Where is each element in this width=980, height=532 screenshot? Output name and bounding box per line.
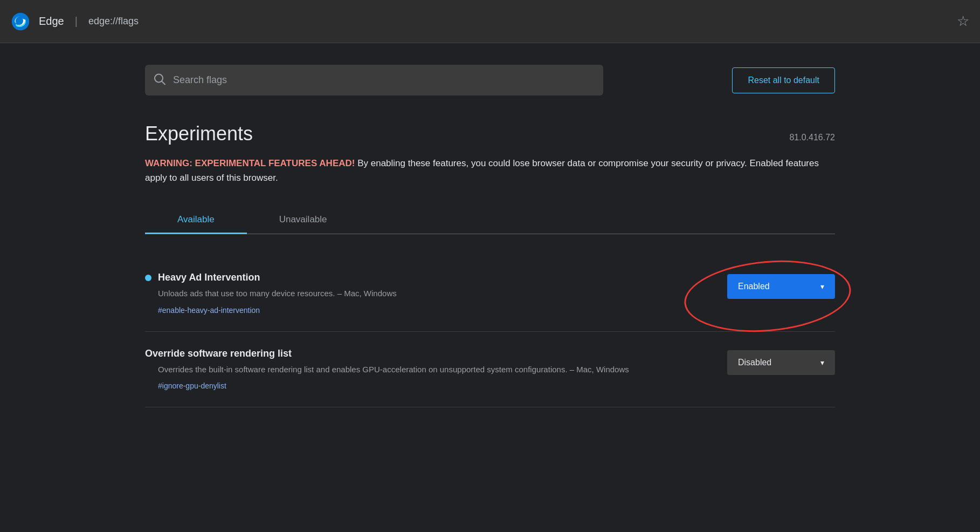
flag-dropdown-value-override-rendering: Disabled [738, 358, 771, 367]
flag-title-override-rendering: Override software rendering list [145, 348, 292, 359]
version-text: 81.0.416.72 [789, 133, 835, 142]
flag-item-override-rendering: Override software rendering list Overrid… [145, 332, 835, 408]
search-icon [154, 73, 165, 87]
flag-link-override-rendering[interactable]: #ignore-gpu-denylist [158, 381, 226, 390]
tab-unavailable[interactable]: Unavailable [247, 207, 360, 234]
flag-description-heavy-ad: Unloads ads that use too many device res… [158, 288, 706, 300]
flag-active-dot [145, 275, 151, 281]
warning-bold-text: WARNING: EXPERIMENTAL FEATURES AHEAD! [145, 158, 355, 168]
experiments-title: Experiments [145, 122, 253, 145]
flag-left-heavy-ad: Heavy Ad Intervention Unloads ads that u… [145, 272, 706, 315]
bookmark-star-icon[interactable]: ☆ [957, 13, 969, 30]
edge-logo-icon [11, 12, 30, 31]
browser-title: Edge [39, 15, 64, 28]
main-content: Reset all to default Experiments 81.0.41… [113, 43, 867, 429]
search-input[interactable] [145, 65, 603, 96]
experiments-header: Experiments 81.0.416.72 [145, 122, 835, 145]
flag-left-override-rendering: Override software rendering list Overrid… [145, 348, 706, 391]
tab-available[interactable]: Available [145, 207, 247, 234]
flag-title-row-override-rendering: Override software rendering list [145, 348, 706, 359]
flag-item-wrapper-heavy-ad: Heavy Ad Intervention Unloads ads that u… [145, 256, 835, 332]
warning-paragraph: WARNING: EXPERIMENTAL FEATURES AHEAD! By… [145, 156, 835, 185]
address-bar[interactable]: edge://flags [88, 16, 948, 27]
search-wrapper [145, 65, 603, 96]
flag-title-row-heavy-ad: Heavy Ad Intervention [145, 272, 706, 283]
flag-dropdown-heavy-ad[interactable]: Enabled ▾ [727, 274, 835, 299]
flag-description-override-rendering: Overrides the built-in software renderin… [158, 364, 706, 376]
svg-point-1 [155, 74, 163, 82]
search-row: Reset all to default [145, 65, 835, 96]
titlebar: Edge | edge://flags ☆ [0, 0, 980, 43]
dropdown-chevron-icon: ▾ [820, 282, 824, 291]
flag-item-heavy-ad: Heavy Ad Intervention Unloads ads that u… [145, 256, 835, 332]
svg-point-0 [12, 12, 29, 30]
tabs-row: Available Unavailable [145, 207, 835, 234]
flag-title-heavy-ad: Heavy Ad Intervention [158, 272, 260, 283]
flag-link-heavy-ad[interactable]: #enable-heavy-ad-intervention [158, 306, 260, 315]
flag-dropdown-value-heavy-ad: Enabled [738, 282, 770, 291]
flag-dropdown-override-rendering[interactable]: Disabled ▾ [727, 350, 835, 375]
titlebar-divider: | [75, 15, 78, 28]
dropdown-chevron-icon-2: ▾ [820, 358, 824, 367]
svg-line-2 [162, 81, 165, 85]
reset-all-button[interactable]: Reset all to default [732, 67, 835, 93]
